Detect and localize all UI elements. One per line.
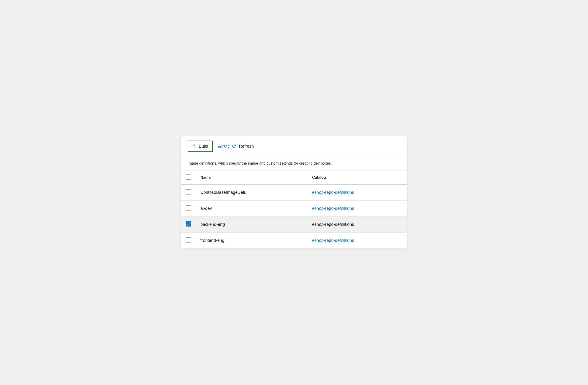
row-name-text-0: ContosoBaseImageDefi... [200,190,249,195]
row-checkbox-cell-2 [181,217,196,233]
table-row: frontend-engeshop-repo-definitions [181,233,407,249]
header-catalog-col: Catalog [307,171,407,185]
row-name-text-2: backend-eng [200,222,225,227]
table-row: ai-deveshop-repo-definitions [181,201,407,217]
row-catalog-link-3[interactable]: eshop-repo-definitions [312,238,354,243]
header-name-col: Name [196,171,307,185]
table-row: ContosoBaseImageDefi...eshop-repo-defini… [181,185,407,201]
row-name-3: frontend-eng [196,233,307,249]
row-catalog-1: eshop-repo-definitions [307,201,407,217]
toolbar: ⇧ Build &#↺; Refresh [181,136,407,156]
definitions-table: Name Catalog ContosoBaseImageDefi...esho… [181,171,407,249]
row-checkbox-2[interactable] [186,221,191,226]
header-checkbox[interactable] [186,175,191,180]
build-label: Build [199,144,208,149]
row-name-text-1: ai-dev [200,206,212,211]
row-name-2: backend-eng [196,217,307,233]
refresh-svg-icon [231,144,237,149]
header-checkbox-col [181,171,196,185]
row-catalog-2: eshop-repo-definitions [307,217,407,233]
row-checkbox-cell-0 [181,185,196,201]
row-catalog-text-2: eshop-repo-definitions [312,222,354,227]
row-checkbox-0[interactable] [186,189,191,195]
table-header-row: Name Catalog [181,171,407,185]
row-name-1: ai-dev [196,201,307,217]
row-checkbox-1[interactable] [186,205,191,210]
row-catalog-link-1[interactable]: eshop-repo-definitions [312,206,354,211]
row-name-text-3: frontend-eng [200,238,224,243]
row-catalog-0: eshop-repo-definitions [307,185,407,201]
description-text: Image definitions, which specify the ima… [181,156,407,171]
build-icon: ⇧ [192,143,196,149]
refresh-label: Refresh [239,144,254,149]
table-row: backend-engeshop-repo-definitions [181,217,407,233]
row-checkbox-cell-3 [181,233,196,249]
table-container: Name Catalog ContosoBaseImageDefi...esho… [181,171,407,249]
row-catalog-link-0[interactable]: eshop-repo-definitions [312,190,354,195]
row-catalog-3: eshop-repo-definitions [307,233,407,249]
row-name-0: ContosoBaseImageDefi... [196,185,307,201]
main-card: ⇧ Build &#↺; Refresh Image definitions, … [181,136,407,249]
refresh-icon: &#↺; [218,143,229,149]
row-checkbox-cell-1 [181,201,196,217]
build-button[interactable]: ⇧ Build [188,141,213,152]
refresh-button[interactable]: &#↺; Refresh [214,141,258,151]
row-checkbox-3[interactable] [186,237,191,243]
